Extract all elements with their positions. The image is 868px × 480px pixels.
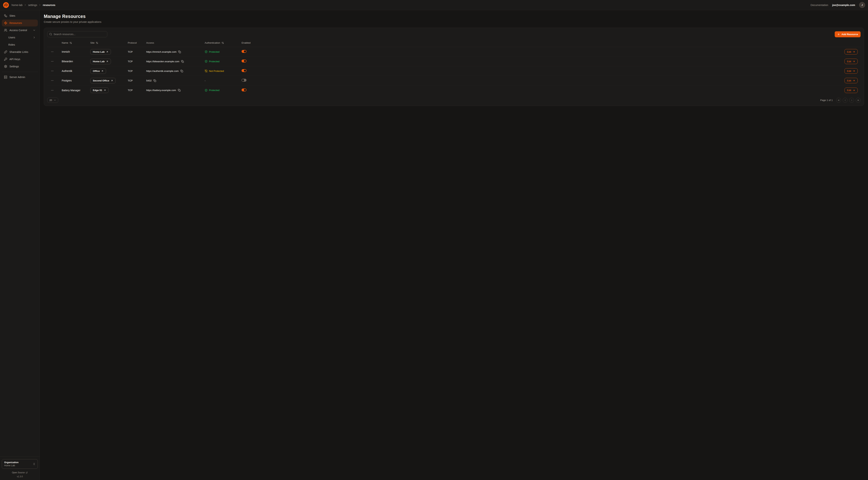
header-enabled: Enabled	[239, 41, 264, 44]
chevron-down-icon	[54, 99, 56, 101]
sidebar-item-api-keys[interactable]: API Keys	[2, 56, 38, 63]
auth-status-label: -	[205, 79, 206, 82]
header-site: Site	[87, 41, 125, 44]
waypoints-icon	[4, 21, 7, 25]
enabled-toggle[interactable]	[242, 69, 246, 72]
copy-icon[interactable]	[178, 50, 181, 53]
table-header: Name Site Protocol Access Authentication…	[47, 39, 289, 47]
row-menu-button[interactable]	[50, 79, 55, 83]
site-name: Office	[93, 70, 100, 72]
page-size-select[interactable]: 20	[47, 97, 58, 103]
arrow-up-right-icon	[104, 89, 106, 91]
shield-off-icon	[205, 69, 208, 72]
auth-status-label: Not Protected	[209, 70, 224, 72]
enabled-toggle[interactable]	[242, 79, 246, 82]
shield-check-icon	[205, 60, 208, 63]
breadcrumb: home-lab settings resources	[11, 4, 55, 6]
auth-status-label: Protected	[209, 60, 219, 63]
site-name: Edge 01	[93, 89, 102, 92]
ellipsis-icon	[51, 50, 54, 53]
resource-access: https://authentik.example.com	[146, 70, 179, 72]
sidebar-item-roles[interactable]: Roles	[2, 41, 38, 48]
resource-name: Authentik	[59, 69, 87, 72]
auth-status-label: Protected	[209, 51, 219, 53]
sidebar: Sites Resources Access Control Users Rol…	[0, 10, 40, 160]
resource-access: https://immich.example.com	[146, 51, 177, 53]
resource-access: https://battery.example.com	[146, 89, 176, 92]
resource-access: https://bitwarden.example.com	[146, 60, 179, 63]
auth-status: -	[205, 79, 236, 82]
sidebar-item-server-admin[interactable]: Server Admin	[2, 74, 38, 81]
table-row: Postgres Second Office TCP 5432 -	[47, 76, 289, 85]
workflow-icon	[4, 14, 7, 18]
table-toolbar: Add Resource	[47, 31, 289, 37]
users-icon	[4, 29, 7, 32]
resource-protocol: TCP	[125, 89, 143, 92]
gear-icon	[4, 65, 7, 68]
sidebar-item-label: Settings	[9, 65, 19, 68]
chevron-down-icon	[33, 29, 36, 32]
copy-icon[interactable]	[153, 79, 156, 82]
ellipsis-icon	[51, 89, 54, 92]
breadcrumb-current: resources	[43, 4, 55, 6]
row-menu-button[interactable]	[50, 59, 55, 63]
shield-check-icon	[205, 50, 208, 53]
sort-icon[interactable]	[96, 41, 98, 44]
site-link-button[interactable]: Edge 01	[90, 87, 108, 93]
resource-name: Postgres	[59, 79, 87, 82]
table-row: Bitwarden Home Lab TCP https://bitwarden…	[47, 57, 289, 66]
arrow-up-right-icon	[111, 80, 113, 82]
row-menu-button[interactable]	[50, 88, 55, 92]
copy-icon[interactable]	[180, 69, 183, 72]
site-link-button[interactable]: Home Lab	[90, 49, 111, 55]
auth-status: Not Protected	[205, 69, 236, 72]
row-menu-button[interactable]	[50, 50, 55, 54]
main-content: Manage Resources Create secure proxies t…	[40, 10, 289, 160]
search-input[interactable]	[47, 31, 107, 37]
copy-icon[interactable]	[178, 89, 181, 92]
sidebar-item-label: Sites	[9, 14, 15, 17]
sidebar-item-users[interactable]: Users	[2, 34, 38, 41]
sidebar-item-label: Resources	[9, 22, 22, 24]
arrow-up-right-icon	[106, 51, 108, 53]
site-link-button[interactable]: Office	[90, 68, 106, 74]
resource-name: Battery Manager	[59, 89, 87, 92]
sort-icon[interactable]	[221, 41, 224, 44]
site-name: Home Lab	[93, 51, 104, 53]
resource-access: 5432	[146, 79, 152, 82]
enabled-toggle[interactable]	[242, 50, 246, 53]
sidebar-item-access-control[interactable]: Access Control	[2, 27, 38, 34]
sidebar-item-label: Roles	[8, 43, 15, 46]
resource-name: Immich	[59, 50, 87, 53]
sidebar-item-sites[interactable]: Sites	[2, 12, 38, 19]
ellipsis-icon	[51, 60, 54, 63]
sidebar-item-label: Access Control	[9, 29, 27, 32]
resource-protocol: TCP	[125, 70, 143, 72]
page-title: Manage Resources	[44, 14, 289, 19]
auth-status: Protected	[205, 50, 236, 53]
app-logo-icon[interactable]	[3, 2, 9, 8]
copy-icon[interactable]	[181, 60, 184, 63]
sidebar-item-settings[interactable]: Settings	[2, 63, 38, 70]
sort-icon[interactable]	[69, 41, 72, 44]
sidebar-item-label: Server Admin	[9, 76, 25, 79]
site-link-button[interactable]: Second Office	[90, 78, 116, 84]
sidebar-item-resources[interactable]: Resources	[2, 20, 38, 26]
topbar: home-lab settings resources Documentatio…	[0, 0, 289, 10]
sidebar-item-label: Shareable Links	[9, 51, 28, 53]
site-link-button[interactable]: Home Lab	[90, 59, 111, 64]
ellipsis-icon	[51, 79, 54, 82]
site-name: Second Office	[93, 79, 109, 82]
sidebar-item-label: Users	[8, 36, 15, 39]
link-icon	[4, 50, 7, 54]
arrow-up-right-icon	[101, 70, 103, 72]
enabled-toggle[interactable]	[242, 89, 246, 91]
server-icon	[4, 76, 7, 79]
breadcrumb-settings[interactable]: settings	[28, 4, 37, 6]
breadcrumb-org[interactable]: home-lab	[11, 4, 23, 6]
row-menu-button[interactable]	[50, 69, 55, 73]
enabled-toggle[interactable]	[242, 60, 246, 62]
sidebar-item-shareable-links[interactable]: Shareable Links	[2, 49, 38, 55]
resource-name: Bitwarden	[59, 60, 87, 63]
ellipsis-icon	[51, 69, 54, 72]
